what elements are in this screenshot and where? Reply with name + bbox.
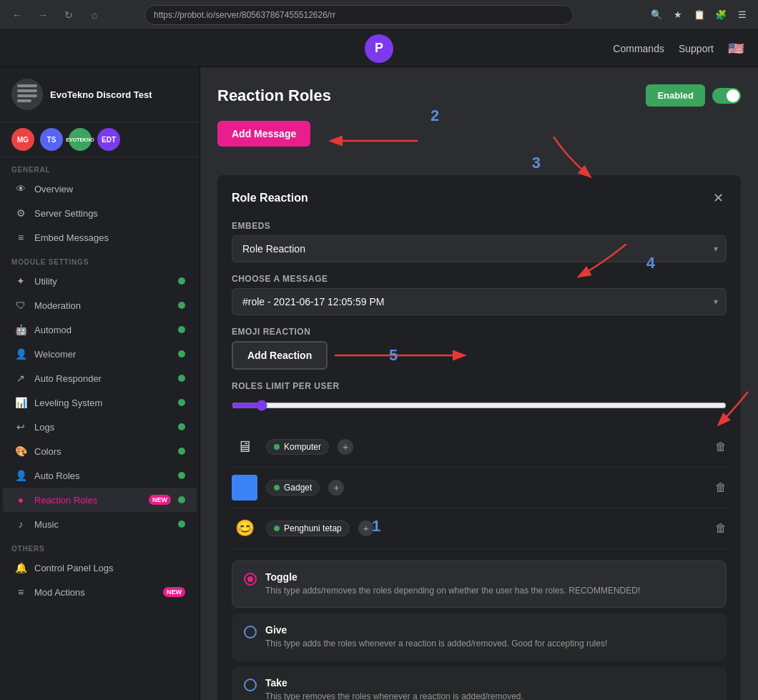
step3-label: 3	[532, 154, 541, 172]
home-button[interactable]: ⌂	[84, 5, 104, 25]
sidebar-item-control-panel-logs[interactable]: 🔔 Control Panel Logs	[3, 556, 197, 580]
green-dot	[178, 302, 185, 309]
role-dot	[274, 485, 280, 491]
radio-give-content: Give This type adds the roles whenever a…	[265, 624, 607, 650]
radio-give[interactable]: Give This type adds the roles whenever a…	[232, 613, 727, 661]
reaction-row-1: Gadget + 🗑	[232, 468, 727, 508]
back-button[interactable]: ←	[7, 5, 27, 25]
embeds-label: Embeds	[232, 221, 727, 231]
main-content: EVOTEKNO.COM Reaction Roles Enabled Add …	[200, 67, 758, 700]
sidebar-item-music[interactable]: ♪ Music	[3, 512, 197, 536]
blue-rect-emoji	[232, 475, 257, 501]
role-add-button[interactable]: +	[358, 521, 374, 536]
sidebar-item-server-settings[interactable]: ⚙ Server Settings	[3, 201, 197, 225]
refresh-button[interactable]: ↻	[59, 5, 79, 25]
sidebar-item-overview[interactable]: 👁 Overview	[3, 177, 197, 201]
roles-limit-slider[interactable]	[232, 400, 727, 411]
sidebar-item-label: Server Settings	[34, 208, 185, 219]
mini-avatar-edt[interactable]: EDT	[97, 128, 120, 151]
toggle-switch[interactable]	[712, 88, 741, 104]
green-dot	[178, 496, 185, 503]
role-tag-gadget: Gadget	[266, 480, 320, 496]
address-bar[interactable]: https://probot.io/server/805637867455512…	[144, 5, 574, 25]
sidebar-item-logs[interactable]: ↩ Logs	[3, 415, 197, 439]
sidebar-item-welcomer[interactable]: 👤 Welcomer	[3, 342, 197, 366]
reaction-roles-icon: ●	[14, 493, 27, 506]
role-add-button[interactable]: +	[338, 439, 353, 455]
server-avatar	[11, 79, 43, 110]
flag-icon[interactable]: 🇺🇸	[728, 41, 744, 56]
sidebar-item-label: Overview	[34, 184, 185, 194]
green-dot	[178, 350, 185, 358]
page-title: Reaction Roles	[217, 87, 331, 105]
sidebar-item-moderation[interactable]: 🛡 Moderation	[3, 293, 197, 317]
browser-icon-1: 🔍	[648, 6, 665, 24]
mini-avatar-mg[interactable]: MG	[11, 128, 34, 151]
step2-label: 2	[430, 107, 439, 125]
emoji-reaction-label: Emoji reaction	[232, 327, 727, 337]
new-badge-mod-actions: NEW	[163, 587, 185, 597]
sidebar-item-embed-messages[interactable]: ≡ Embed Messages	[3, 225, 197, 250]
sidebar-item-leveling-system[interactable]: 📊 Leveling System	[3, 390, 197, 415]
delete-reaction-button-0[interactable]: 🗑	[715, 440, 727, 453]
mini-avatar-evotekno[interactable]: EVOTEKNO	[69, 128, 92, 151]
message-group: Choose a message #role - 2021-06-17 12:0…	[232, 274, 727, 315]
browser-icon-3: 📋	[691, 6, 708, 24]
close-button[interactable]: ✕	[709, 189, 727, 207]
message-select-wrapper: #role - 2021-06-17 12:05:59 PM	[232, 288, 727, 315]
commands-link[interactable]: Commands	[613, 43, 664, 54]
radio-toggle-title: Toggle	[265, 571, 640, 583]
browser-icon-5: ☰	[734, 6, 751, 24]
sidebar-item-label: Auto Responder	[34, 373, 171, 384]
monitor-emoji: 🖥	[232, 434, 257, 460]
message-label: Choose a message	[232, 274, 727, 284]
radio-circle-give	[244, 626, 257, 639]
new-badge-reaction-roles: NEW	[149, 495, 171, 505]
sidebar-item-automod[interactable]: 🤖 Automod	[3, 317, 197, 342]
sidebar-item-utility[interactable]: ✦ Utility	[3, 269, 197, 293]
sidebar-item-colors[interactable]: 🎨 Colors	[3, 439, 197, 463]
automod-icon: 🤖	[14, 323, 27, 336]
music-icon: ♪	[14, 518, 27, 531]
sidebar-item-label: Mod Actions	[34, 587, 153, 598]
radio-toggle-content: Toggle This type adds/removes the roles …	[265, 571, 640, 597]
browser-icons: 🔍 ★ 📋 🧩 ☰	[648, 6, 751, 24]
sidebar-item-label: Auto Roles	[34, 470, 171, 481]
green-dot	[178, 521, 185, 528]
add-reaction-button[interactable]: Add Reaction	[232, 341, 328, 370]
card-header: Role Reaction ✕	[232, 189, 727, 207]
sidebar-item-label: Welcomer	[34, 349, 171, 360]
sidebar-item-reaction-roles[interactable]: ● Reaction Roles NEW	[3, 488, 197, 512]
add-message-button[interactable]: Add Message	[217, 121, 310, 147]
sidebar-item-label: Leveling System	[34, 398, 171, 408]
message-select[interactable]: #role - 2021-06-17 12:05:59 PM	[232, 288, 727, 315]
enabled-button[interactable]: Enabled	[646, 84, 705, 107]
sidebar-item-auto-responder[interactable]: ↗ Auto Responder	[3, 366, 197, 390]
smile-emoji: 😊	[232, 516, 257, 541]
radio-take[interactable]: Take This type removes the roles wheneve…	[232, 666, 727, 700]
server-avatars-row: MG TS EVOTEKNO EDT	[0, 122, 200, 157]
toggle-knob	[727, 89, 739, 102]
sidebar-item-label: Control Panel Logs	[34, 563, 185, 573]
svg-rect-1	[17, 84, 37, 87]
radio-take-desc: This type removes the roles whenever a r…	[265, 691, 523, 700]
radio-toggle-desc: This type adds/removes the roles dependi…	[265, 585, 640, 597]
support-link[interactable]: Support	[679, 43, 714, 54]
role-reaction-card: 3 Role Reaction ✕ Embeds Role Reaction	[217, 175, 741, 700]
embeds-group: Embeds Role Reaction	[232, 221, 727, 262]
role-add-button[interactable]: +	[328, 480, 344, 496]
server-selector: EvoTekno Discord Test	[0, 67, 200, 122]
radio-toggle[interactable]: Toggle This type adds/removes the roles …	[232, 561, 727, 608]
main-layout: EvoTekno Discord Test MG TS EVOTEKNO EDT…	[0, 67, 758, 700]
moderation-icon: 🛡	[14, 299, 27, 312]
mini-avatar-ts[interactable]: TS	[40, 128, 63, 151]
green-dot	[178, 277, 185, 285]
forward-button[interactable]: →	[33, 5, 53, 25]
embeds-select[interactable]: Role Reaction	[232, 235, 727, 262]
radio-take-title: Take	[265, 677, 523, 689]
delete-reaction-button-1[interactable]: 🗑	[715, 481, 727, 494]
sidebar-item-mod-actions[interactable]: ≡ Mod Actions NEW	[3, 580, 197, 604]
url-text: https://probot.io/server/805637867455512…	[154, 10, 335, 20]
delete-reaction-button-2[interactable]: 🗑	[715, 522, 727, 535]
sidebar-item-auto-roles[interactable]: 👤 Auto Roles	[3, 463, 197, 488]
